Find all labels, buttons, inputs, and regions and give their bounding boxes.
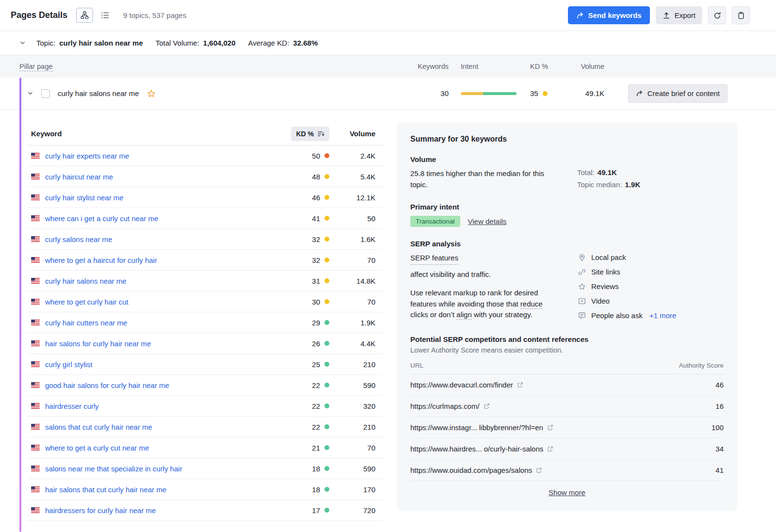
topic-collapse-chevron-icon[interactable]: [19, 40, 26, 46]
average-kd-value: 32.68%: [293, 39, 318, 47]
intent-bar: [461, 92, 517, 95]
keyword-link[interactable]: curly hair cutters near me: [45, 319, 271, 327]
keyword-kd: 29: [271, 319, 329, 327]
keyword-link[interactable]: curly hair stylist near me: [45, 193, 271, 202]
kd-dot: [324, 216, 329, 221]
refresh-button[interactable]: [708, 6, 726, 24]
align-term[interactable]: align: [456, 310, 472, 320]
competitor-url[interactable]: https://www.devacurl.com/finder: [410, 381, 523, 389]
serp-feature: Local pack: [578, 253, 676, 261]
external-link-icon[interactable]: [536, 467, 542, 473]
kd-dot: [324, 299, 329, 304]
reduce-term[interactable]: reduce: [520, 300, 543, 309]
keyword-link[interactable]: curly salons near me: [45, 235, 271, 243]
serp-feature-label: People also ask: [591, 311, 643, 320]
keyword-row: curly hair experts near me502.4K: [27, 145, 383, 166]
keyword-link[interactable]: salons that cut curly hair near me: [45, 423, 271, 431]
topic-name: curly hair salon near me: [59, 39, 143, 47]
keyword-link[interactable]: hair salons that cut curly hair near me: [45, 485, 271, 494]
list-view-toggle[interactable]: [97, 8, 113, 23]
keyword-link[interactable]: where to get a curly cut near me: [45, 444, 271, 452]
create-brief-label: Create brief or content: [647, 89, 720, 97]
external-link-icon[interactable]: [547, 424, 553, 431]
view-details-link[interactable]: View details: [468, 217, 507, 226]
keyword-link[interactable]: good hair salons for curly hair near me: [45, 381, 271, 389]
keyword-link[interactable]: hairdressers for curly hair near me: [45, 506, 271, 515]
kd-dot: [324, 341, 329, 346]
competitor-url[interactable]: https://www.instagr... libbybrenner/?hl=…: [410, 423, 553, 432]
pillar-expand-chevron-icon[interactable]: [27, 90, 33, 97]
pillar-checkbox[interactable]: [41, 89, 50, 98]
create-brief-arrow-icon: [636, 90, 643, 97]
external-link-icon[interactable]: [547, 446, 553, 452]
clipboard-button[interactable]: [732, 6, 750, 24]
keyword-kd: 18: [271, 465, 329, 473]
external-link-icon[interactable]: [517, 382, 523, 388]
keyword-table: Keyword KD % Volume curly hair experts n…: [27, 122, 383, 521]
create-brief-button[interactable]: Create brief or content: [628, 84, 728, 103]
keyword-link[interactable]: hair salons for curly hair near me: [45, 339, 271, 348]
keyword-volume: 1.9K: [329, 319, 375, 327]
keyword-link[interactable]: where can i get a curly cut near me: [45, 214, 271, 223]
export-button[interactable]: Export: [656, 6, 702, 24]
pillar-page-title: curly hair salons near me: [58, 89, 139, 97]
send-keywords-button[interactable]: Send keywords: [568, 6, 650, 24]
view-toggle-group: [76, 8, 113, 23]
us-flag-icon: [31, 320, 40, 325]
keyword-row: hair salons that cut curly hair near me1…: [27, 479, 383, 500]
keyword-volume: 2.4K: [329, 152, 375, 160]
topic-bar: Topic: curly hair salon near me Total Vo…: [0, 31, 776, 55]
keyword-link[interactable]: salons near me that specialize in curly …: [45, 465, 271, 473]
list-view-icon: [101, 11, 109, 19]
kd-dot: [324, 383, 329, 387]
pillar-kd-value: 35: [530, 89, 538, 97]
keyword-link[interactable]: where to get a haircut for curly hair: [45, 256, 271, 264]
us-flag-icon: [31, 466, 40, 471]
competitor-url[interactable]: https://curlmaps.com/: [410, 402, 490, 410]
us-flag-icon: [31, 215, 40, 221]
export-icon: [663, 12, 670, 19]
keyword-volume: 70: [329, 298, 375, 306]
show-more-link[interactable]: Show more: [549, 488, 585, 497]
pillar-page-row: curly hair salons near me 30 35 49.1K Cr…: [0, 78, 776, 110]
more-features-link[interactable]: +1 more: [649, 311, 676, 320]
pillar-table-header: Pillar page Keywords Intent KD % Volume: [0, 55, 776, 78]
kd-dot: [324, 320, 329, 325]
kd-dot: [324, 258, 329, 262]
keywords-column-header: Keywords: [378, 63, 449, 70]
volume-description: 25.8 times higher than the median for th…: [410, 168, 556, 190]
keyword-kd: 48: [271, 173, 329, 181]
keyword-volume: 50: [329, 214, 375, 223]
keyword-kd: 30: [271, 298, 329, 306]
external-link-icon[interactable]: [484, 403, 490, 409]
competitor-row: https://www.devacurl.com/finder46: [410, 374, 724, 396]
total-volume-value: 1,604,020: [203, 39, 236, 47]
competitor-table: URL Authority Score https://www.devacurl…: [410, 362, 724, 481]
intent-column-header: Intent: [449, 63, 517, 70]
kd-dot: [324, 487, 329, 492]
keyword-link[interactable]: curly hair experts near me: [45, 152, 271, 160]
keyword-link[interactable]: where to get curly hair cut: [45, 298, 271, 306]
favorite-star-icon[interactable]: [147, 89, 156, 98]
competitor-row: https://curlmaps.com/16: [410, 396, 724, 417]
kd-dot: [324, 362, 329, 367]
keyword-volume: 590: [329, 381, 375, 389]
serp-feature: Video: [578, 297, 676, 305]
keyword-link[interactable]: hairdresser curly: [45, 402, 271, 410]
keyword-kd: 32: [271, 256, 329, 264]
competitor-url[interactable]: https://www.ouidad.com/pages/salons: [410, 466, 542, 474]
pillar-page-column-header[interactable]: Pillar page: [19, 63, 53, 71]
tree-view-toggle[interactable]: [76, 8, 93, 23]
kd-sort-header[interactable]: KD %: [291, 127, 329, 141]
keyword-row: where can i get a curly cut near me4150: [27, 208, 383, 229]
keyword-link[interactable]: curly girl stylist: [45, 360, 271, 369]
total-volume-label: Total Volume:: [156, 39, 199, 47]
us-flag-icon: [31, 445, 40, 451]
average-kd-label: Average KD:: [248, 39, 290, 47]
competitor-url[interactable]: https://www.hairdres... o/curly-hair-sal…: [410, 445, 553, 453]
tree-view-icon: [81, 11, 89, 19]
keyword-link[interactable]: curly hair salons near me: [45, 277, 271, 285]
send-arrow-icon: [576, 12, 584, 19]
keyword-link[interactable]: curly haircut near me: [45, 173, 271, 181]
serp-features-term[interactable]: SERP features: [410, 253, 458, 265]
